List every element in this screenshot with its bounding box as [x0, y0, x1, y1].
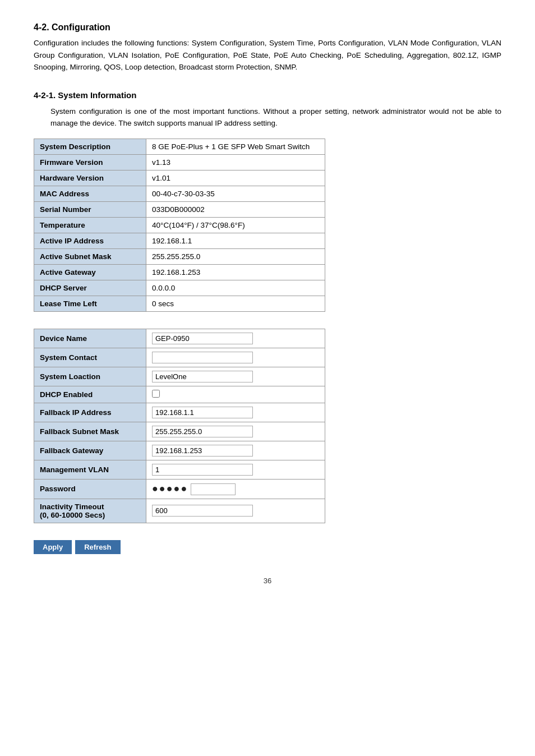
config-table: Device NameSystem ContactSystem Loaction… [34, 329, 325, 523]
config-label: Fallback Gateway [34, 441, 146, 460]
table-row: Firmware Versionv1.13 [34, 154, 325, 170]
table-row: Password●●●●● [34, 479, 325, 499]
table-row: Active Gateway192.168.1.253 [34, 264, 325, 280]
config-input-4[interactable] [152, 407, 253, 418]
button-row: Apply Refresh [34, 540, 501, 554]
config-label: Fallback IP Address [34, 403, 146, 422]
config-label: System Loaction [34, 367, 146, 386]
subsection-intro: System configuration is one of the most … [34, 105, 501, 130]
info-value: 255.255.255.0 [146, 248, 325, 264]
config-input-9[interactable] [152, 505, 253, 517]
info-value: 192.168.1.1 [146, 233, 325, 248]
table-row: System Description8 GE PoE-Plus + 1 GE S… [34, 139, 325, 154]
table-row: Fallback Gateway [34, 441, 325, 460]
table-row: Lease Time Left0 secs [34, 296, 325, 311]
info-label: MAC Address [34, 186, 146, 201]
config-label: DHCP Enabled [34, 386, 146, 403]
info-value: 033D0B000002 [146, 201, 325, 217]
password-display: ●●●●● [152, 483, 188, 494]
info-label: Firmware Version [34, 154, 146, 170]
info-value: 0.0.0.0 [146, 280, 325, 296]
info-label: Active IP Address [34, 233, 146, 248]
config-label: Management VLAN [34, 460, 146, 479]
table-row: Fallback IP Address [34, 403, 325, 422]
table-row: Management VLAN [34, 460, 325, 479]
config-input-5[interactable] [152, 426, 253, 437]
refresh-button[interactable]: Refresh [75, 540, 120, 554]
table-row: System Contact [34, 348, 325, 367]
info-value: 192.168.1.253 [146, 264, 325, 280]
table-row: DHCP Server0.0.0.0 [34, 280, 325, 296]
info-value: v1.13 [146, 154, 325, 170]
info-table: System Description8 GE PoE-Plus + 1 GE S… [34, 139, 325, 312]
info-label: DHCP Server [34, 280, 146, 296]
table-row: Temperature40°C(104°F) / 37°C(98.6°F) [34, 217, 325, 233]
table-row: Hardware Versionv1.01 [34, 170, 325, 186]
info-value: 0 secs [146, 296, 325, 311]
info-label: Active Gateway [34, 264, 146, 280]
info-label: Serial Number [34, 201, 146, 217]
info-label: Temperature [34, 217, 146, 233]
config-input-6[interactable] [152, 445, 253, 457]
info-label: Lease Time Left [34, 296, 146, 311]
config-label: Fallback Subnet Mask [34, 422, 146, 441]
config-label: System Contact [34, 348, 146, 367]
table-row: Device Name [34, 329, 325, 348]
config-input-2[interactable] [152, 371, 253, 382]
config-label: Device Name [34, 329, 146, 348]
page-number: 36 [34, 577, 501, 585]
table-row: Fallback Subnet Mask [34, 422, 325, 441]
table-row: MAC Address00-40-c7-30-03-35 [34, 186, 325, 201]
info-value: v1.01 [146, 170, 325, 186]
dhcp-enabled-checkbox[interactable] [152, 390, 160, 398]
info-label: System Description [34, 139, 146, 154]
table-row: Active Subnet Mask255.255.255.0 [34, 248, 325, 264]
apply-button[interactable]: Apply [34, 540, 72, 554]
info-value: 00-40-c7-30-03-35 [146, 186, 325, 201]
config-input-1[interactable] [152, 352, 253, 363]
table-row: DHCP Enabled [34, 386, 325, 403]
config-label: Password [34, 479, 146, 499]
table-row: Active IP Address192.168.1.1 [34, 233, 325, 248]
config-label: Inactivity Timeout (0, 60-10000 Secs) [34, 499, 146, 523]
info-value: 40°C(104°F) / 37°C(98.6°F) [146, 217, 325, 233]
table-row: Inactivity Timeout (0, 60-10000 Secs) [34, 499, 325, 523]
section-title: 4-2. Configuration [34, 22, 501, 33]
info-label: Hardware Version [34, 170, 146, 186]
password-field[interactable] [191, 483, 236, 495]
table-row: Serial Number033D0B000002 [34, 201, 325, 217]
config-input-7[interactable] [152, 464, 253, 476]
config-input-0[interactable] [152, 333, 253, 344]
subsection-title: 4-2-1. System Information [34, 90, 501, 100]
info-label: Active Subnet Mask [34, 248, 146, 264]
section-intro: Configuration includes the following fun… [34, 37, 501, 73]
info-value: 8 GE PoE-Plus + 1 GE SFP Web Smart Switc… [146, 139, 325, 154]
table-row: System Loaction [34, 367, 325, 386]
